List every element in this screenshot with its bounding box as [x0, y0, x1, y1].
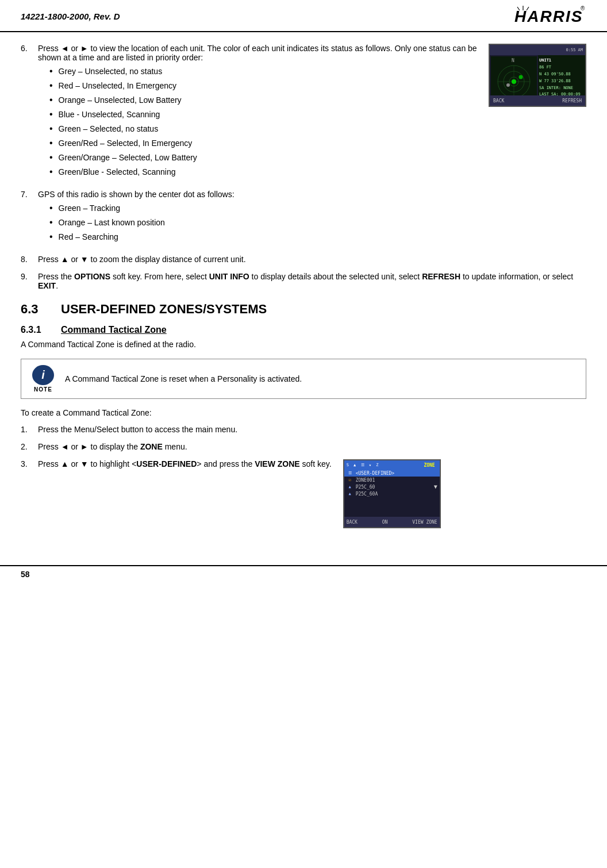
note-icon-circle: i [32, 365, 54, 385]
arrow-left-icon: ◄ [61, 44, 69, 53]
note-icon-container: i NOTE [29, 365, 57, 393]
step-2: 2. Press ◄ or ► to display the ZONE menu… [21, 442, 586, 451]
section-63-title: USER-DEFINED ZONES/SYSTEMS [61, 302, 267, 317]
step-1-text: Press the Menu/Select button to access t… [38, 425, 586, 434]
unit-info-keyword: UNIT INFO [209, 272, 249, 281]
bullet-item: Green/Red – Selected, In Emergency [49, 137, 477, 149]
gps-bullet-list: Green – Tracking Orange – Last known pos… [49, 202, 586, 243]
unit-label: UNIT1 [539, 57, 584, 64]
options-keyword: OPTIONS [74, 272, 110, 281]
zone-header-icons: S ▲ ☰ ★ Z [347, 463, 380, 467]
zone-row-icon-3: ▲ [347, 491, 354, 497]
svg-point-14 [519, 75, 523, 79]
arrow-down-icon: ▼ [80, 255, 89, 264]
bullet-item: Grey – Unselected, no status [49, 66, 477, 78]
step2-arrow-right: ► [80, 442, 89, 451]
zone-row-zone001: ☑ ZONE001 [344, 477, 440, 483]
step-3-text: Press ▲ or ▼ to highlight <USER-DEFINED>… [38, 459, 586, 528]
zone-screen-image: S ▲ ☰ ★ Z ZONE ☰ <USER-DEFINED> ☑ ZONE00… [343, 459, 441, 528]
command-zone-intro: A Command Tactical Zone is defined at th… [21, 339, 586, 351]
radar-back-label: BACK [493, 98, 504, 103]
item-8: 8. Press ▲ or ▼ to zoom the display dist… [21, 255, 586, 264]
section-631-heading: 6.3.1 Command Tactical Zone [21, 325, 586, 335]
step3-arrow-up: ▲ [61, 459, 69, 468]
zone-row-icon-1: ☑ [347, 477, 354, 483]
item-6: 6. Press ◄ or ► to view the location of … [21, 44, 586, 182]
zone-row-label-0: <USER-DEFINED> [356, 471, 394, 476]
bullet-item: Green – Selected, no status [49, 123, 477, 135]
item-7-number: 7. [21, 190, 38, 199]
zone-back-label: BACK [347, 520, 358, 525]
zone-footer: BACK ON VIEW ZONE [344, 517, 440, 527]
step-3-with-image: Press ▲ or ▼ to highlight <USER-DEFINED>… [38, 459, 586, 528]
zone-row-p25c60: ▲ P25C_60 [344, 483, 440, 490]
zone-row-icon-0: ☰ [347, 470, 354, 476]
header: 14221-1800-2000, Rev. D HARRIS ® [0, 0, 607, 32]
step3-arrow-down: ▼ [80, 459, 89, 468]
step-2-number: 2. [21, 442, 38, 451]
zone-row-label-1: ZONE001 [356, 478, 375, 483]
svg-point-15 [506, 83, 510, 87]
arrow-up-icon: ▲ [61, 255, 69, 264]
svg-text:®: ® [581, 5, 585, 11]
note-text: A Command Tactical Zone is reset when a … [65, 373, 302, 385]
bullet-item: Red – Unselected, In Emergency [49, 80, 477, 92]
zone-on-label: ON [382, 520, 388, 525]
step-1-number: 1. [21, 425, 38, 434]
zone-header-zone-label: ZONE [421, 463, 437, 468]
zone-view-zone-label: VIEW ZONE [412, 520, 437, 525]
note-box: i NOTE A Command Tactical Zone is reset … [21, 359, 586, 399]
item-7-text: GPS of this radio is shown by the center… [38, 190, 586, 247]
bullet-item: Green – Tracking [49, 202, 586, 214]
bullet-item: Red – Searching [49, 231, 586, 243]
bullet-item: Orange – Unselected, Low Battery [49, 94, 477, 106]
radar-screen-image: 0:55 AM N [489, 44, 586, 107]
user-defined-keyword: USER-DEFINED [136, 459, 197, 468]
zone-row-user-defined: ☰ <USER-DEFINED> [344, 470, 440, 477]
step-3-content: Press ▲ or ▼ to highlight <USER-DEFINED>… [38, 459, 332, 468]
radar-refresh-label: REFRESH [562, 98, 582, 103]
harris-logo-svg: HARRIS ® [512, 5, 586, 28]
step-1: 1. Press the Menu/Select button to acces… [21, 425, 586, 434]
step-3-body: Press ▲ or ▼ to highlight <USER-DEFINED>… [38, 459, 332, 468]
zone-row-label-3: P25C_60A [356, 491, 378, 497]
zone-row-label-2: P25C_60 [356, 485, 375, 490]
item-7-body: GPS of this radio is shown by the center… [38, 190, 235, 199]
zone-header-bar: S ▲ ☰ ★ Z ZONE [344, 460, 440, 470]
step2-arrow-left: ◄ [61, 442, 69, 451]
svg-text:N: N [512, 58, 514, 63]
zone-keyword: ZONE [140, 442, 163, 451]
zone-row-p25c60a: ▲ P25C_60A [344, 490, 440, 497]
exit-keyword: EXIT [38, 281, 56, 290]
zone-display: S ▲ ☰ ★ Z ZONE ☰ <USER-DEFINED> ☑ ZONE00… [343, 459, 441, 528]
item-9-text: Press the OPTIONS soft key. From here, s… [38, 272, 586, 290]
item-9-body: Press the OPTIONS soft key. From here, s… [38, 272, 573, 290]
document-title: 14221-1800-2000, Rev. D [21, 11, 120, 21]
refresh-keyword: REFRESH [422, 272, 460, 281]
arrow-right-icon: ► [80, 44, 89, 53]
section-631-title: Command Tactical Zone [61, 325, 167, 335]
step-2-text: Press ◄ or ► to display the ZONE menu. [38, 442, 586, 451]
harris-logo: HARRIS ® [512, 5, 586, 28]
unit-sa-inter: SA INTER: NONE [539, 85, 584, 92]
page-footer: 58 [0, 565, 607, 582]
bullet-item: Orange – Last known position [49, 217, 586, 229]
svg-text:HARRIS: HARRIS [514, 7, 583, 25]
main-content: 6. Press ◄ or ► to view the location of … [0, 32, 607, 548]
page: 14221-1800-2000, Rev. D HARRIS ® 6. Pres… [0, 0, 607, 868]
item-6-intro: Press ◄ or ► to view the location of eac… [38, 44, 477, 62]
item-8-text: Press ▲ or ▼ to zoom the display distanc… [38, 255, 586, 264]
item-9-number: 9. [21, 272, 38, 281]
unit-altitude: 86 FT [539, 64, 584, 71]
scroll-indicator: ▼ [434, 483, 437, 490]
note-label: NOTE [34, 386, 52, 393]
zone-row-icon-2: ▲ [347, 484, 354, 490]
item-6-body: Press ◄ or ► to view the location of eac… [38, 44, 477, 182]
unit-lat: N 43 09'50.88 [539, 71, 584, 78]
radar-top-bar: 0:55 AM [490, 45, 585, 55]
step-3-number: 3. [21, 459, 38, 468]
radar-footer: BACK REFRESH [490, 95, 585, 106]
step-2-body: Press ◄ or ► to display the ZONE menu. [38, 442, 187, 451]
bullet-item: Green/Blue - Selected, Scanning [49, 166, 477, 178]
item-8-body: Press ▲ or ▼ to zoom the display distanc… [38, 255, 246, 264]
